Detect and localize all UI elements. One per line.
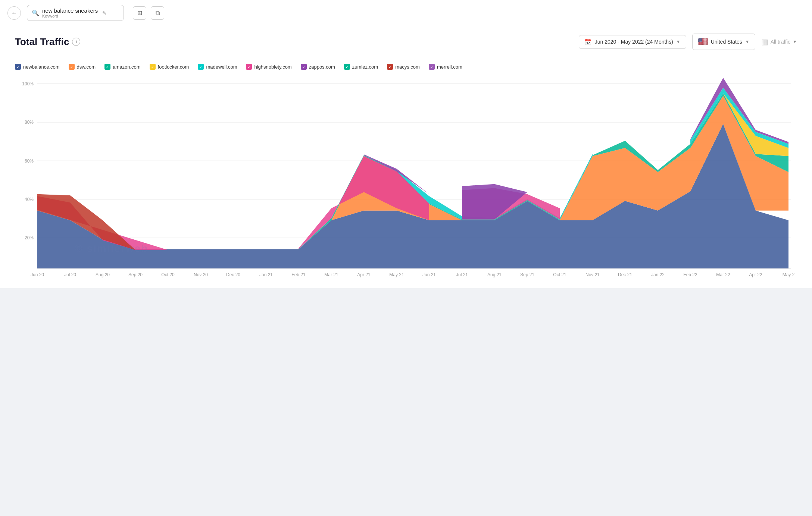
traffic-filter-icon: ▦ <box>761 37 768 46</box>
legend-checkbox-highsnobiety: ✓ <box>246 64 252 70</box>
search-type: Keyword <box>42 14 98 18</box>
svg-text:20%: 20% <box>25 235 34 241</box>
legend-item-macys[interactable]: ✓macys.com <box>387 64 420 70</box>
svg-text:Jul 21: Jul 21 <box>456 272 468 278</box>
legend-label-footlocker: footlocker.com <box>158 64 189 70</box>
traffic-filter-text: All traffic <box>771 39 790 45</box>
country-picker[interactable]: 🇺🇸 United States ▼ <box>692 34 755 50</box>
svg-text:Sep 21: Sep 21 <box>520 272 534 278</box>
svg-text:60%: 60% <box>25 158 34 164</box>
legend-label-merrell: merrell.com <box>437 64 462 70</box>
legend-item-merrell[interactable]: ✓merrell.com <box>429 64 462 70</box>
back-button[interactable]: ← <box>7 6 21 20</box>
external-link-button[interactable]: ⧉ <box>151 6 164 20</box>
legend-item-newbalance[interactable]: ✓newbalance.com <box>15 64 60 70</box>
legend-label-zumiez: zumiez.com <box>352 64 378 70</box>
legend-checkbox-merrell: ✓ <box>429 64 435 70</box>
svg-text:100%: 100% <box>22 81 34 86</box>
svg-text:Jan 21: Jan 21 <box>259 272 273 278</box>
legend-checkbox-footlocker: ✓ <box>150 64 156 70</box>
legend-item-footlocker[interactable]: ✓footlocker.com <box>150 64 189 70</box>
svg-text:Dec 21: Dec 21 <box>618 272 632 278</box>
chart-svg: 100% 80% 60% 40% 20% <box>15 76 797 284</box>
legend-checkbox-newbalance: ✓ <box>15 64 21 70</box>
date-picker[interactable]: 📅 Jun 2020 - May 2022 (24 Months) ▼ <box>579 35 686 49</box>
svg-text:May 21: May 21 <box>389 272 404 278</box>
svg-text:Apr 21: Apr 21 <box>357 272 370 278</box>
top-bar: ← 🔍 new balance sneakers Keyword ✎ ⊞ ⧉ <box>0 0 812 26</box>
legend-label-zappos: zappos.com <box>309 64 335 70</box>
legend-label-madewell: madewell.com <box>206 64 237 70</box>
svg-text:80%: 80% <box>25 120 34 125</box>
flag-icon: 🇺🇸 <box>698 37 708 47</box>
chart-header: Total Traffic i 📅 Jun 2020 - May 2022 (2… <box>0 26 812 56</box>
legend-label-dsw: dsw.com <box>77 64 96 70</box>
main-content: Total Traffic i 📅 Jun 2020 - May 2022 (2… <box>0 26 812 288</box>
header-controls: 📅 Jun 2020 - May 2022 (24 Months) ▼ 🇺🇸 U… <box>579 34 797 50</box>
legend-checkbox-zumiez: ✓ <box>344 64 350 70</box>
edit-icon[interactable]: ✎ <box>102 10 107 16</box>
legend-item-zappos[interactable]: ✓zappos.com <box>301 64 335 70</box>
chart-title-group: Total Traffic i <box>15 36 571 48</box>
svg-text:Jun 20: Jun 20 <box>31 272 44 278</box>
legend-label-amazon: amazon.com <box>113 64 140 70</box>
legend-checkbox-macys: ✓ <box>387 64 393 70</box>
chart-title-text: Total Traffic <box>15 36 69 48</box>
svg-text:Aug 21: Aug 21 <box>487 272 502 278</box>
legend-checkbox-madewell: ✓ <box>198 64 204 70</box>
svg-text:Jul 20: Jul 20 <box>64 272 76 278</box>
external-link-icon: ⧉ <box>156 10 160 16</box>
expand-button[interactable]: ⊞ <box>133 6 146 20</box>
svg-text:Jun 21: Jun 21 <box>422 272 436 278</box>
chart-area: 100% 80% 60% 40% 20% <box>15 76 797 284</box>
expand-icon: ⊞ <box>137 9 142 16</box>
legend-label-newbalance: newbalance.com <box>23 64 60 70</box>
legend-checkbox-amazon: ✓ <box>104 64 110 70</box>
chart-container: ✓newbalance.com✓dsw.com✓amazon.com✓footl… <box>0 56 812 288</box>
calendar-icon: 📅 <box>584 38 592 45</box>
svg-text:Jan 22: Jan 22 <box>651 272 665 278</box>
svg-text:Nov 20: Nov 20 <box>194 272 208 278</box>
date-chevron-icon: ▼ <box>676 39 681 44</box>
search-text-group: new balance sneakers Keyword <box>42 7 98 18</box>
back-icon: ← <box>11 10 17 16</box>
svg-text:40%: 40% <box>25 197 34 202</box>
legend-label-highsnobiety: highsnobiety.com <box>254 64 291 70</box>
legend-checkbox-dsw: ✓ <box>69 64 75 70</box>
svg-text:Aug 20: Aug 20 <box>96 272 110 278</box>
legend-item-madewell[interactable]: ✓madewell.com <box>198 64 237 70</box>
info-icon[interactable]: i <box>72 38 80 46</box>
legend-label-macys: macys.com <box>395 64 420 70</box>
svg-text:May 2: May 2 <box>783 272 795 278</box>
svg-text:Oct 21: Oct 21 <box>553 272 566 278</box>
date-range-text: Jun 2020 - May 2022 (24 Months) <box>595 39 673 45</box>
traffic-filter[interactable]: ▦ All traffic ▼ <box>761 37 797 46</box>
country-text: United States <box>711 39 742 45</box>
svg-text:Apr 22: Apr 22 <box>749 272 762 278</box>
legend-item-dsw[interactable]: ✓dsw.com <box>69 64 96 70</box>
search-icon: 🔍 <box>32 9 39 16</box>
traffic-chevron-icon: ▼ <box>793 39 797 44</box>
search-box[interactable]: 🔍 new balance sneakers Keyword ✎ <box>27 5 124 21</box>
search-keyword: new balance sneakers <box>42 7 98 14</box>
country-chevron-icon: ▼ <box>745 39 750 44</box>
top-icons: ⊞ ⧉ <box>133 6 164 20</box>
svg-text:Feb 22: Feb 22 <box>683 272 697 278</box>
legend-item-highsnobiety[interactable]: ✓highsnobiety.com <box>246 64 291 70</box>
legend-checkbox-zappos: ✓ <box>301 64 307 70</box>
svg-text:Nov 21: Nov 21 <box>585 272 600 278</box>
legend: ✓newbalance.com✓dsw.com✓amazon.com✓footl… <box>15 64 797 70</box>
svg-text:Sep 20: Sep 20 <box>128 272 143 278</box>
svg-text:Mar 21: Mar 21 <box>324 272 338 278</box>
svg-text:Mar 22: Mar 22 <box>716 272 730 278</box>
svg-text:Feb 21: Feb 21 <box>291 272 305 278</box>
legend-item-zumiez[interactable]: ✓zumiez.com <box>344 64 378 70</box>
legend-item-amazon[interactable]: ✓amazon.com <box>104 64 140 70</box>
svg-text:Oct 20: Oct 20 <box>161 272 174 278</box>
svg-text:Dec 20: Dec 20 <box>226 272 240 278</box>
